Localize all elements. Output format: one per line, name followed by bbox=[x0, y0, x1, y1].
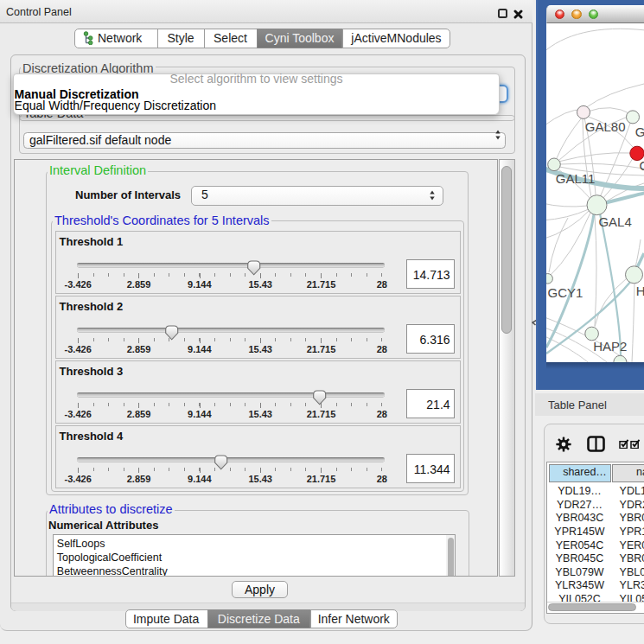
svg-text:H: H bbox=[636, 284, 644, 298]
svg-text:HAP2: HAP2 bbox=[593, 339, 627, 354]
svg-text:C: C bbox=[639, 158, 644, 173]
svg-text:GA: GA bbox=[635, 124, 644, 139]
svg-text:GCY1: GCY1 bbox=[548, 285, 583, 300]
svg-text:GAL80: GAL80 bbox=[585, 119, 626, 134]
svg-text:GAL4: GAL4 bbox=[598, 214, 631, 229]
svg-text:GAL11: GAL11 bbox=[556, 171, 596, 186]
